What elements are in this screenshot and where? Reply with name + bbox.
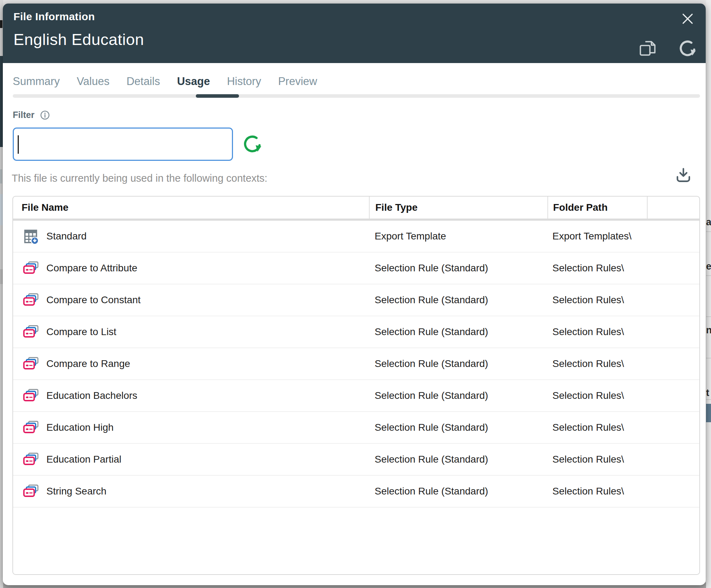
file-name-cell: Compare to List [13,324,369,340]
table-row[interactable]: Education Bachelors Selection Rule (Stan… [13,380,699,412]
column-header-file-type[interactable]: File Type [369,197,547,219]
filter-label: Filter [13,110,34,120]
tab-summary[interactable]: Summary [13,75,60,90]
filter-row: Filter [13,110,50,120]
tab-bar: Summary Values Details Usage History Pre… [13,75,317,90]
file-name-cell: Compare to Attribute [13,260,369,276]
usage-note: This file is currently being used in the… [12,173,267,184]
table-row[interactable]: String Search Selection Rule (Standard) … [13,476,699,508]
file-name-cell: Compare to Range [13,356,369,372]
table-header-row: File Name File Type Folder Path [13,197,699,219]
usage-table: File Name File Type Folder Path Standard… [12,196,700,575]
file-type-cell: Selection Rule (Standard) [369,422,547,433]
table-row[interactable]: Education Partial Selection Rule (Standa… [13,444,699,476]
tab-history[interactable]: History [227,75,261,90]
dialog-title: File Information [13,11,95,23]
file-name-cell: Education Partial [13,451,369,468]
active-tab-indicator [196,94,239,98]
close-icon[interactable] [681,12,694,26]
tab-values[interactable]: Values [77,75,110,90]
export-template-icon [23,228,39,244]
file-title: English Education [13,30,144,49]
file-name: Compare to Range [46,358,130,369]
table-row[interactable]: Compare to List Selection Rule (Standard… [13,316,699,348]
file-type-cell: Selection Rule (Standard) [369,262,547,274]
table-row[interactable]: Compare to Constant Selection Rule (Stan… [13,284,699,316]
copy-file-icon[interactable] [638,38,658,58]
file-name-cell: String Search [13,483,369,499]
folder-path-cell: Export Templates\ [547,231,647,242]
selection-rule-icon [23,388,39,404]
file-name-cell: Education Bachelors [13,388,369,404]
selection-rule-icon [23,451,39,468]
file-type-cell: Selection Rule (Standard) [369,294,547,306]
folder-path-cell: Selection Rules\ [547,262,647,274]
refresh-filter-icon[interactable] [242,134,263,154]
folder-path-cell: Selection Rules\ [547,326,647,338]
folder-path-cell: Selection Rules\ [547,294,647,306]
selection-rule-icon [23,483,39,499]
file-name: Standard [46,231,87,242]
download-icon[interactable] [674,166,693,185]
file-type-cell: Selection Rule (Standard) [369,486,547,497]
background-right-strip: a e n t [706,0,711,588]
info-icon[interactable] [40,110,50,120]
folder-path-cell: Selection Rules\ [547,390,647,401]
table-row[interactable]: Education High Selection Rule (Standard)… [13,412,699,444]
file-type-cell: Selection Rule (Standard) [369,390,547,401]
file-name: String Search [46,486,107,497]
background-fragment [0,169,2,183]
file-type-cell: Selection Rule (Standard) [369,454,547,465]
background-text-fragment: e [706,261,711,272]
tab-track [13,94,700,98]
background-fragment [0,20,2,28]
file-type-cell: Selection Rule (Standard) [369,358,547,369]
file-type-cell: Selection Rule (Standard) [369,326,547,338]
file-information-dialog: File Information English Education Summa… [3,4,706,585]
file-name-cell: Compare to Constant [13,292,369,308]
file-name: Compare to Constant [46,294,141,306]
background-text-fragment: n [706,325,711,336]
background-text-fragment: t [706,388,711,398]
file-name: Compare to Attribute [46,262,137,274]
tab-details[interactable]: Details [126,75,160,90]
background-fragment [706,404,711,422]
folder-path-cell: Selection Rules\ [547,486,647,497]
folder-path-cell: Selection Rules\ [547,358,647,369]
table-row[interactable]: Standard Export Template Export Template… [13,221,699,253]
table-row[interactable]: Compare to Attribute Selection Rule (Sta… [13,253,699,284]
selection-rule-icon [23,419,39,436]
file-name: Education High [46,422,114,433]
file-type-cell: Export Template [369,231,547,242]
table-row[interactable]: Compare to Range Selection Rule (Standar… [13,348,699,380]
tab-preview[interactable]: Preview [278,75,317,90]
file-name: Education Bachelors [46,390,137,401]
column-header-file-name[interactable]: File Name [13,197,369,219]
file-name-cell: Standard [13,228,369,244]
selection-rule-icon [23,324,39,340]
tab-usage[interactable]: Usage [177,75,210,90]
file-name: Education Partial [46,454,121,465]
selection-rule-icon [23,292,39,308]
folder-path-cell: Selection Rules\ [547,454,647,465]
refresh-icon[interactable] [678,39,697,58]
file-name: Compare to List [46,326,116,338]
folder-path-cell: Selection Rules\ [547,422,647,433]
file-name-cell: Education High [13,419,369,436]
selection-rule-icon [23,356,39,372]
column-header-empty [647,197,699,219]
selection-rule-icon [23,260,39,276]
filter-input[interactable] [13,128,233,161]
dialog-header: File Information English Education [3,4,706,63]
background-text-fragment: a [706,217,711,228]
column-header-folder-path[interactable]: Folder Path [547,197,647,219]
